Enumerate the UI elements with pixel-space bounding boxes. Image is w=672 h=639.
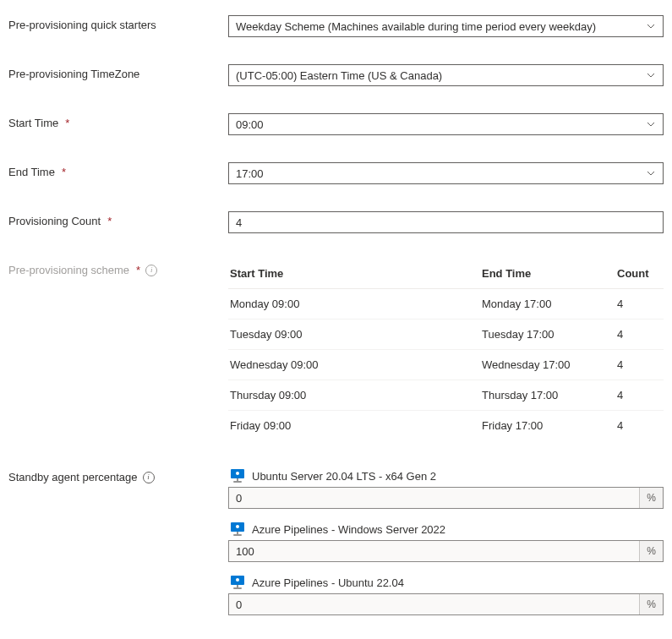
cell-start: Wednesday 09:00: [228, 358, 482, 371]
chevron-down-icon: [646, 168, 656, 178]
chevron-down-icon: [646, 119, 656, 129]
cell-start: Friday 09:00: [228, 419, 482, 432]
percent-suffix: %: [639, 594, 663, 614]
cell-count: 4: [617, 358, 664, 371]
standby-label: Standby agent percentage i: [8, 467, 228, 483]
percentage-input-wrap: %: [228, 487, 664, 509]
end-time-label: End Time*: [8, 162, 228, 178]
percentage-input-wrap: %: [228, 593, 664, 615]
table-row: Friday 09:00Friday 17:004: [228, 411, 664, 440]
cell-count: 4: [617, 419, 664, 432]
scheme-label: Pre-provisioning scheme* i: [8, 260, 228, 276]
chevron-down-icon: [646, 70, 656, 80]
cell-start: Monday 09:00: [228, 298, 482, 310]
quick-starters-select[interactable]: Weekday Scheme (Machines available durin…: [228, 15, 664, 37]
info-icon[interactable]: i: [145, 265, 157, 276]
timezone-label: Pre-provisioning TimeZone: [8, 64, 228, 80]
agent-name: Azure Pipelines - Ubuntu 22.04: [252, 576, 404, 589]
cell-end: Friday 17:00: [482, 419, 617, 432]
start-time-label: Start Time*: [8, 113, 228, 129]
cell-end: Wednesday 17:00: [482, 358, 617, 371]
table-row: Wednesday 09:00Wednesday 17:004: [228, 350, 664, 380]
vm-icon: [230, 469, 245, 483]
header-end: End Time: [482, 267, 617, 280]
timezone-select[interactable]: (UTC-05:00) Eastern Time (US & Canada): [228, 64, 664, 86]
cell-end: Monday 17:00: [482, 298, 617, 310]
percentage-input-wrap: %: [228, 540, 664, 562]
percent-suffix: %: [639, 488, 663, 508]
start-time-value: 09:00: [236, 118, 264, 131]
percentage-input[interactable]: [229, 594, 639, 614]
cell-end: Tuesday 17:00: [482, 328, 617, 341]
standby-agent-block: Azure Pipelines - Ubuntu 22.04%: [228, 574, 664, 615]
table-row: Thursday 09:00Thursday 17:004: [228, 380, 664, 411]
header-start: Start Time: [228, 267, 482, 280]
end-time-select[interactable]: 17:00: [228, 162, 664, 184]
provisioning-count-label: Provisioning Count*: [8, 211, 228, 227]
percentage-input[interactable]: [229, 488, 639, 508]
cell-count: 4: [617, 389, 664, 401]
info-icon[interactable]: i: [143, 472, 155, 483]
provisioning-count-input[interactable]: [228, 211, 664, 233]
standby-agent-block: Ubuntu Server 20.04 LTS - x64 Gen 2%: [228, 467, 664, 509]
cell-start: Thursday 09:00: [228, 389, 482, 401]
start-time-select[interactable]: 09:00: [228, 113, 664, 135]
percentage-input[interactable]: [229, 541, 639, 561]
quick-starters-label: Pre-provisioning quick starters: [8, 15, 228, 31]
vm-icon: [230, 576, 245, 589]
percent-suffix: %: [639, 541, 663, 561]
agent-name: Azure Pipelines - Windows Server 2022: [252, 523, 445, 536]
timezone-value: (UTC-05:00) Eastern Time (US & Canada): [236, 69, 442, 82]
standby-agent-block: Azure Pipelines - Windows Server 2022%: [228, 521, 664, 562]
end-time-value: 17:00: [236, 167, 264, 180]
header-count: Count: [617, 267, 664, 280]
table-row: Tuesday 09:00Tuesday 17:004: [228, 320, 664, 350]
cell-end: Thursday 17:00: [482, 389, 617, 401]
schedule-table: Start Time End Time Count Monday 09:00Mo…: [228, 260, 664, 440]
chevron-down-icon: [646, 21, 656, 31]
cell-start: Tuesday 09:00: [228, 328, 482, 341]
cell-count: 4: [617, 328, 664, 341]
vm-icon: [230, 522, 245, 536]
table-row: Monday 09:00Monday 17:004: [228, 289, 664, 320]
table-header: Start Time End Time Count: [228, 260, 664, 289]
agent-name: Ubuntu Server 20.04 LTS - x64 Gen 2: [252, 470, 436, 483]
cell-count: 4: [617, 298, 664, 310]
quick-starters-value: Weekday Scheme (Machines available durin…: [236, 20, 596, 33]
